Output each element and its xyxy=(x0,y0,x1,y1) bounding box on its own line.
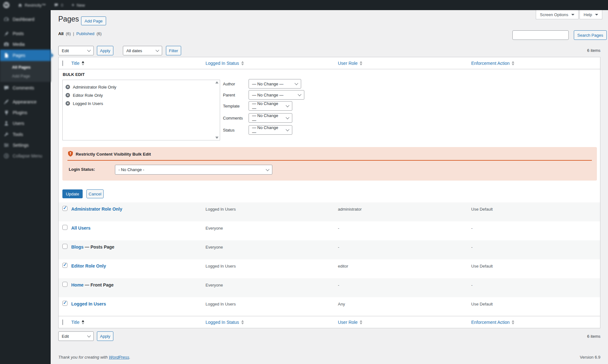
row-checkbox[interactable] xyxy=(62,225,67,230)
comments-select[interactable]: — No Change — xyxy=(249,113,292,123)
template-select[interactable]: — No Change — xyxy=(249,101,292,111)
search-pages-input[interactable] xyxy=(512,30,569,40)
field-label: Parent xyxy=(223,93,249,97)
filter-all-link[interactable]: All xyxy=(58,31,64,36)
site-name-menu[interactable]: Restrictly™ xyxy=(18,3,46,8)
selected-page-label: Logged In Users xyxy=(73,101,103,106)
admin-bar-comments[interactable]: 0 xyxy=(54,3,63,8)
column-header-user-role[interactable]: User Role xyxy=(338,57,362,69)
sort-arrows-icon xyxy=(241,61,244,65)
help-label: Help xyxy=(584,12,592,17)
filter-button[interactable]: Filter xyxy=(166,46,181,55)
gauge-icon xyxy=(3,16,10,22)
sidebar-item-comments[interactable]: Comments xyxy=(0,83,51,93)
bulk-field-template: Template — No Change — xyxy=(223,101,292,111)
apply-button[interactable]: Apply xyxy=(97,46,113,55)
cell-logged-in-status: Everyone xyxy=(206,283,223,287)
bulk-edit-legend: BULK EDIT xyxy=(63,72,85,77)
plug-icon xyxy=(3,109,10,116)
chevron-down-icon xyxy=(571,14,574,15)
comments-count: 0 xyxy=(61,3,63,8)
cell-enforcement-action: - xyxy=(471,245,472,250)
table-header-row: Title Logged In Status User Role Enforce… xyxy=(59,57,600,69)
sidebar-item-posts[interactable]: Posts xyxy=(0,28,51,39)
remove-item-icon[interactable]: ✕ xyxy=(66,85,70,89)
sidebar-item-label: Tools xyxy=(13,132,23,137)
column-header-enforcement-action[interactable]: Enforcement Action xyxy=(471,316,514,328)
search-pages-button[interactable]: Search Pages xyxy=(574,30,607,40)
help-tab[interactable]: Help xyxy=(580,10,602,19)
sort-arrows-icon xyxy=(82,61,84,65)
screen-options-label: Screen Options xyxy=(540,12,568,17)
page-title-suffix: — Front Page xyxy=(84,282,114,287)
column-header-title[interactable]: Title xyxy=(71,57,84,69)
sort-arrows-icon xyxy=(512,320,514,324)
sidebar-item-plugins[interactable]: Plugins xyxy=(0,107,51,118)
add-page-button[interactable]: Add Page xyxy=(81,16,106,25)
new-content-menu[interactable]: + New xyxy=(72,2,85,8)
sidebar-item-label: Comments xyxy=(13,85,34,90)
sidebar-item-settings[interactable]: Settings xyxy=(0,140,51,151)
cell-user-role: editor xyxy=(338,264,348,268)
status-select[interactable]: — No Change — xyxy=(249,125,292,135)
view-filters: All (6) | Published (6) xyxy=(58,31,102,36)
bulk-actions-select-bottom[interactable]: Edit xyxy=(58,331,94,341)
page-title-link[interactable]: Blogs xyxy=(71,244,84,250)
remove-item-icon[interactable]: ✕ xyxy=(66,93,70,97)
filter-published-link[interactable]: Published xyxy=(76,31,94,36)
page-title-link[interactable]: All Users xyxy=(71,225,91,231)
sidebar-item-tools[interactable]: Tools xyxy=(0,129,51,140)
table-footer-row: Title Logged In Status User Role Enforce… xyxy=(59,316,600,328)
column-header-logged-in-status[interactable]: Logged In Status xyxy=(206,57,244,69)
row-checkbox[interactable] xyxy=(62,206,67,211)
cell-enforcement-action: Use Default xyxy=(471,207,493,212)
sidebar-item-collapse-menu[interactable]: Collapse Menu xyxy=(0,151,51,161)
row-checkbox[interactable] xyxy=(62,282,67,287)
sidebar-item-label: Dashboard xyxy=(13,17,35,22)
column-header-enforcement-action[interactable]: Enforcement Action xyxy=(471,57,514,69)
sidebar-item-dashboard[interactable]: Dashboard xyxy=(0,14,51,25)
login-status-select[interactable]: - No Change - xyxy=(115,165,272,175)
sidebar-item-label: Plugins xyxy=(13,110,27,115)
column-header-user-role[interactable]: User Role xyxy=(338,316,362,328)
author-select[interactable]: — No Change — xyxy=(249,79,301,89)
dates-filter-select[interactable]: All dates xyxy=(123,46,162,55)
brush-icon xyxy=(3,99,10,105)
wordpress-link[interactable]: WordPress xyxy=(109,355,129,360)
parent-select[interactable]: — No Change — xyxy=(249,90,304,100)
remove-item-icon[interactable]: ✕ xyxy=(66,101,70,106)
sidebar-item-appearance[interactable]: Appearance xyxy=(0,96,51,107)
wordpress-logo-menu[interactable]: W xyxy=(3,2,10,8)
submenu-item-all-pages[interactable]: All Pages xyxy=(0,63,51,71)
apply-button-bottom[interactable]: Apply xyxy=(97,331,113,341)
cancel-button[interactable]: Cancel xyxy=(86,189,104,198)
bulk-field-parent: Parent — No Change — xyxy=(223,90,304,100)
bulk-field-status: Status — No Change — xyxy=(223,125,292,135)
sidebar-item-media[interactable]: Media xyxy=(0,39,51,50)
column-header-logged-in-status[interactable]: Logged In Status xyxy=(206,316,244,328)
page-title-link[interactable]: Editor Role Only xyxy=(71,263,106,268)
footer-version: Version 6.9 xyxy=(580,355,600,360)
page-title-link[interactable]: Logged In Users xyxy=(71,301,106,306)
scroll-down-icon[interactable] xyxy=(215,137,218,139)
cell-user-role: - xyxy=(338,226,339,231)
row-checkbox[interactable] xyxy=(62,301,67,306)
screen-options-tab[interactable]: Screen Options xyxy=(536,10,579,19)
column-header-title[interactable]: Title xyxy=(71,316,84,328)
sidebar-item-users[interactable]: Users xyxy=(0,118,51,129)
row-checkbox[interactable] xyxy=(62,244,67,249)
sidebar-item-pages[interactable]: Pages xyxy=(0,50,51,61)
page-title-link[interactable]: Administrator Role Only xyxy=(71,207,122,212)
bulk-actions-select[interactable]: Edit xyxy=(58,46,94,55)
page-title-link[interactable]: Home xyxy=(71,282,84,287)
row-checkbox[interactable] xyxy=(62,263,67,268)
site-name: Restrictly™ xyxy=(25,3,46,8)
scroll-up-icon[interactable] xyxy=(215,81,218,83)
update-button[interactable]: Update xyxy=(62,189,83,198)
chevron-down-icon xyxy=(595,14,598,15)
select-all-checkbox[interactable] xyxy=(62,319,63,325)
listbox-scrollbar[interactable] xyxy=(215,81,219,139)
select-all-checkbox[interactable] xyxy=(62,60,63,66)
pushpin-icon xyxy=(3,30,10,37)
submenu-item-add-page[interactable]: Add Page xyxy=(0,71,51,80)
